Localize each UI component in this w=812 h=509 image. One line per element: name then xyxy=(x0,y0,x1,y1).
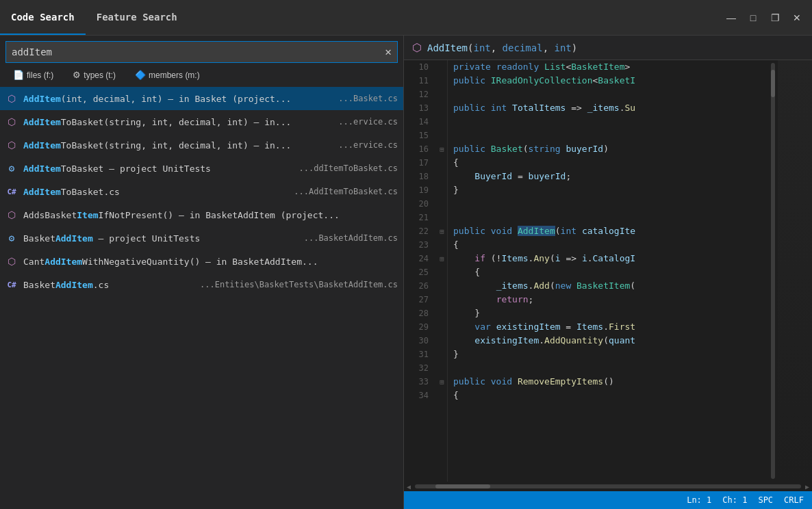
result-text: CantAddItemWithNegativeQuantity() — in B… xyxy=(23,257,398,267)
csharp-icon: C# xyxy=(5,278,18,291)
member-icon: ⬡ xyxy=(5,209,18,221)
line-number: 17 xyxy=(404,156,437,170)
highlight-text: AddItem xyxy=(55,280,93,290)
result-item[interactable]: ⬡ AddItemToBasket(string, int, decimal, … xyxy=(0,110,403,133)
filter-files-label: files (f:) xyxy=(27,70,53,80)
left-panel: ✕ 📄 files (f:) ⚙ types (t:) 🔷 members (m… xyxy=(0,36,404,509)
dock-button[interactable]: ❐ xyxy=(765,10,785,26)
highlight-text: Item xyxy=(77,210,98,220)
line-number: 24 xyxy=(404,252,437,265)
result-item[interactable]: ⚙ AddItemToBasket — project UnitTests ..… xyxy=(0,157,403,180)
status-ch: Ch: 1 xyxy=(722,495,747,505)
result-file: ...AddItemToBasket.cs xyxy=(288,187,398,196)
code-scroll-area: 10 11 12 13 14 15 16 17 18 19 20 21 22 2… xyxy=(404,60,812,482)
highlight-text: AddItem xyxy=(55,233,93,244)
close-button[interactable]: ✕ xyxy=(787,10,807,26)
clear-search-button[interactable]: ✕ xyxy=(385,47,392,57)
code-line: var existingItem = Items.First xyxy=(453,320,768,334)
line-number: 23 xyxy=(404,238,437,252)
line-number: 32 xyxy=(404,361,437,375)
highlight-text: AddItem xyxy=(23,117,61,127)
result-text: AddItemToBasket(string, int, decimal, in… xyxy=(23,117,327,127)
restore-button[interactable]: □ xyxy=(744,10,763,26)
result-text: BasketAddItem — project UnitTests xyxy=(23,233,293,244)
scrollbar-thumb[interactable] xyxy=(771,70,775,97)
result-file: ...BasketAddItem.cs xyxy=(299,233,398,243)
code-line: _items.Add(new BasketItem( xyxy=(453,279,768,293)
code-line: public void RemoveEmptyItems() xyxy=(453,375,768,389)
code-line: BuyerId = buyerId; xyxy=(453,170,768,183)
hscroll-left-button[interactable]: ◀ xyxy=(404,483,414,491)
line-number: 21 xyxy=(404,211,437,224)
line-number: 34 xyxy=(404,389,437,402)
result-text: BasketAddItem.cs xyxy=(23,280,189,290)
search-box: ✕ xyxy=(5,41,398,63)
code-line: public void AddItem(int catalogIte xyxy=(453,224,768,238)
line-number: 14 xyxy=(404,115,437,129)
hscroll-track[interactable] xyxy=(415,484,801,488)
line-number: 16 xyxy=(404,142,437,156)
tab-feature-search[interactable]: Feature Search xyxy=(86,0,188,35)
line-number: 30 xyxy=(404,334,437,348)
scrollbar-track[interactable] xyxy=(771,63,775,479)
code-area: 10 11 12 13 14 15 16 17 18 19 20 21 22 2… xyxy=(404,60,812,491)
status-spc: SPC xyxy=(758,495,773,505)
gear-result-icon: ⚙ xyxy=(5,232,18,244)
member-icon: ⬡ xyxy=(5,255,18,267)
csharp-icon: C# xyxy=(5,185,18,198)
line-number: 10 xyxy=(404,60,437,74)
gear-icon: ⚙ xyxy=(73,70,81,80)
line-number: 19 xyxy=(404,183,437,197)
window-controls: — □ ❐ ✕ xyxy=(722,0,812,35)
line-number: 20 xyxy=(404,197,437,211)
code-line: return; xyxy=(453,293,768,306)
filter-files-button[interactable]: 📄 files (f:) xyxy=(5,67,61,83)
search-box-wrap: ✕ xyxy=(0,36,403,63)
fold-icon[interactable]: ⊞ xyxy=(437,224,447,238)
line-number: 31 xyxy=(404,348,437,361)
result-item[interactable]: ⬡ CantAddItemWithNegativeQuantity() — in… xyxy=(0,250,403,273)
result-item[interactable]: C# AddItemToBasket.cs ...AddItemToBasket… xyxy=(0,180,403,203)
code-line: { xyxy=(453,265,768,279)
fold-icon[interactable]: ⊞ xyxy=(437,375,447,389)
code-line xyxy=(453,115,768,129)
result-item[interactable]: ⬡ AddItem(int, decimal, int) — in Basket… xyxy=(0,87,403,110)
line-number: 11 xyxy=(404,74,437,88)
line-number: 13 xyxy=(404,101,437,115)
line-number: 12 xyxy=(404,88,437,101)
results-list: ⬡ AddItem(int, decimal, int) — in Basket… xyxy=(0,87,403,509)
line-number: 28 xyxy=(404,306,437,320)
tab-code-search-label: Code Search xyxy=(11,12,75,23)
code-line xyxy=(453,361,768,375)
result-item[interactable]: ⬡ AddItemToBasket(string, int, decimal, … xyxy=(0,133,403,157)
line-number: 27 xyxy=(404,293,437,306)
fold-icon[interactable]: ⊞ xyxy=(437,252,447,265)
code-line: public int TotalItems => _items.Su xyxy=(453,101,768,115)
code-lines: private readonly List<BasketItem> public… xyxy=(448,60,768,482)
fold-icon[interactable]: ⊞ xyxy=(437,142,447,156)
code-header-title: AddItem(int, decimal, int) xyxy=(427,42,577,53)
tab-code-search[interactable]: Code Search xyxy=(0,0,86,35)
search-input[interactable] xyxy=(12,47,385,57)
result-file: ...ervice.cs xyxy=(333,117,398,127)
gear-result-icon: ⚙ xyxy=(5,162,18,174)
code-hscroll: ◀ ▶ xyxy=(404,482,812,491)
scrollbar-y[interactable] xyxy=(768,60,778,482)
filter-members-label: members (m:) xyxy=(149,70,200,80)
tab-feature-search-label: Feature Search xyxy=(97,12,177,23)
result-item[interactable]: C# BasketAddItem.cs ...Entities\BasketTe… xyxy=(0,273,403,296)
fold-gutter: ⊞ ⊞ ⊞ ⊞ xyxy=(437,60,448,482)
filter-types-button[interactable]: ⚙ types (t:) xyxy=(65,67,123,83)
minimize-button[interactable]: — xyxy=(722,10,741,26)
filter-row: 📄 files (f:) ⚙ types (t:) 🔷 members (m:) xyxy=(0,63,403,87)
hscroll-right-button[interactable]: ▶ xyxy=(802,483,812,491)
code-header-icon: ⬡ xyxy=(412,41,422,54)
highlight-text: AddItem xyxy=(45,257,82,267)
status-bar-right: Ln: 1 Ch: 1 SPC CRLF xyxy=(687,495,804,505)
status-bar: Ln: 1 Ch: 1 SPC CRLF xyxy=(404,491,812,509)
result-item[interactable]: ⚙ BasketAddItem — project UnitTests ...B… xyxy=(0,226,403,250)
hscroll-thumb[interactable] xyxy=(435,484,490,488)
code-line xyxy=(453,129,768,142)
filter-members-button[interactable]: 🔷 members (m:) xyxy=(127,67,207,83)
result-item[interactable]: ⬡ AddsBasketItemIfNotPresent() — in Bask… xyxy=(0,203,403,226)
